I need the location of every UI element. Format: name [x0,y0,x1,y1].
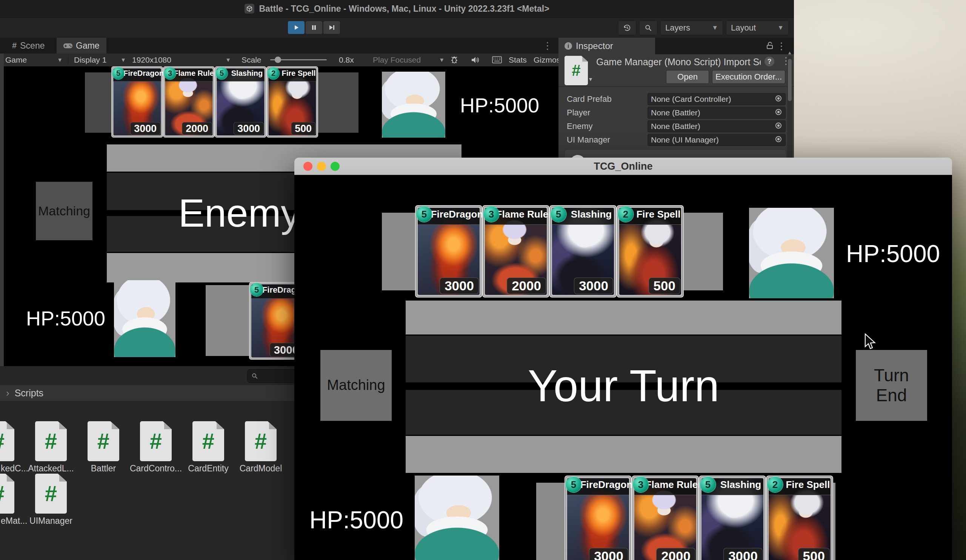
chevron-down-icon: ▼ [712,24,718,32]
script-file[interactable]: # eMat... [0,474,14,514]
game-card[interactable]: Flame Ruler 3 2000 [482,205,549,298]
object-field[interactable]: None (Card Controller) [647,93,785,105]
display-dropdown[interactable]: Display 1▼ [74,54,126,66]
enemy-portrait [749,208,834,298]
lock-icon[interactable] [766,41,774,51]
card-name: Slashing [229,67,265,80]
game-card[interactable]: Slashing 5 3000 [215,66,266,138]
game-card[interactable]: Fire Spell 2 500 [266,66,318,138]
matching-button[interactable]: Matching [320,350,392,421]
gizmos-dropdown[interactable]: Gizmos▼ [534,54,557,66]
turn-end-button[interactable]: Turn End [856,350,927,421]
open-button[interactable]: Open [666,70,709,84]
card-name: Fire Spell [784,476,832,493]
game-card[interactable]: Fire Spell 2 500 [766,475,833,560]
game-card[interactable]: FireDragon 5 3000 [111,66,163,138]
search-icon [251,373,258,379]
csharp-script-icon: # [0,421,14,461]
scale-slider-knob[interactable] [275,57,281,63]
play-focused-dropdown[interactable]: Play Focused▼ [373,54,445,66]
script-file-name: UIManager [30,516,72,526]
card-cost-gem: 2 [767,477,783,492]
card-name: Flame Ruler [177,67,214,80]
foldout-chevron-icon[interactable]: ▼ [588,76,593,82]
keyboard-shortcuts-icon[interactable] [492,54,502,66]
board-bar-bottom [406,436,841,473]
enemy-portrait [382,72,445,138]
tab-game[interactable]: Game [57,38,107,54]
object-picker-icon[interactable] [775,122,782,131]
game-card[interactable]: Flame Ruler 3 2000 [632,475,699,560]
unity-title-bar[interactable]: Battle - TCG_Online - Windows, Mac, Linu… [0,0,794,18]
layout-dropdown[interactable]: Layout▼ [726,21,789,35]
matching-button[interactable]: Matching [36,182,92,240]
card-name: FireDragon [433,206,481,223]
zoom-button[interactable] [330,162,340,171]
csharp-script-icon: # [0,474,14,514]
minimize-button[interactable] [317,162,326,171]
undo-history-button[interactable] [618,21,636,35]
play-button[interactable] [288,21,304,34]
debug-bug-icon[interactable] [450,54,459,66]
info-icon: i [565,42,572,50]
object-field[interactable]: None (UI Manager) [647,134,785,146]
tab-options-menu-icon[interactable]: ⋮ [543,40,552,52]
script-file-name: CardModel [240,463,282,474]
scrollbar-up-arrow[interactable]: ▲ [787,50,792,56]
object-field[interactable]: None (Battler) [647,107,785,119]
card-attack-value: 3000 [589,548,628,560]
scrollbar-thumb[interactable] [788,59,792,101]
object-picker-icon[interactable] [775,108,782,117]
game-card[interactable]: Slashing 5 3000 [699,475,766,560]
object-picker-icon[interactable] [775,135,782,144]
enemy-hand: FireDragon 5 3000 Flame Ruler 3 2000 Sla… [111,66,318,138]
card-attack-value: 3000 [574,278,613,294]
stats-toggle[interactable]: Stats [509,54,527,66]
step-button[interactable] [324,21,340,34]
script-file[interactable]: # AttackedL... [35,421,67,461]
game-card[interactable]: FireDragon 5 3000 [565,475,632,560]
close-button[interactable] [303,162,312,171]
resolution-dropdown[interactable]: 1920x1080▼ [132,54,231,66]
chevron-right-icon: › [6,387,10,399]
script-file[interactable]: # CardEntity [192,421,224,461]
game-window-content: FireDragon 5 3000 Flame Ruler 3 2000 Sla… [294,175,952,560]
game-target-dropdown[interactable]: Game▼ [5,54,62,66]
script-file[interactable]: # UIManager [35,474,67,514]
card-attack-value: 500 [649,278,680,294]
inspector-header-title: Game Manager (Mono Script) Import Set [596,57,761,67]
unity-proxy-icon [245,4,254,13]
game-card[interactable]: Slashing 5 3000 [549,205,616,298]
layers-dropdown[interactable]: Layers▼ [660,21,723,35]
game-card[interactable]: Flame Ruler 3 2000 [163,66,215,138]
inspector-field-row: Enemy None (Battler) [559,121,794,132]
game-card[interactable]: Fire Spell 2 500 [616,205,684,298]
inspector-menu-icon[interactable]: ⋮ [777,40,786,52]
script-file[interactable]: # Battler [87,421,119,461]
card-attack-value: 500 [291,122,315,135]
window-title: Battle - TCG_Online - Windows, Mac, Linu… [259,4,549,14]
pause-button[interactable] [306,21,322,34]
player-portrait [415,475,499,560]
execution-order-button[interactable]: Execution Order... [712,70,785,84]
csharp-script-icon: # [35,474,67,514]
card-name: FireDragon [125,67,162,80]
object-field[interactable]: None (Battler) [647,120,785,133]
script-file[interactable]: # kedC... [0,421,14,461]
game-view-toolbar: Game▼ Display 1▼ 1920x1080▼ Scale 0.8x P… [0,54,559,67]
help-icon[interactable]: ? [764,57,774,66]
audio-mute-icon[interactable] [471,54,480,66]
script-file[interactable]: # CardContro... [140,421,172,461]
search-button[interactable] [639,21,657,35]
script-file[interactable]: # CardModel [245,421,277,461]
game-card[interactable]: FireDragon 5 3000 [415,205,482,298]
object-picker-icon[interactable] [775,95,782,104]
scale-label: Scale [242,54,261,66]
tab-scene[interactable]: # Scene [5,38,51,54]
scale-slider[interactable] [270,54,327,66]
game-window-title-bar[interactable]: TCG_Online [294,158,952,175]
game-window-title: TCG_Online [294,158,952,175]
enemy-hp-text: HP:5000 [460,93,539,117]
tab-inspector[interactable]: i Inspector [559,38,655,54]
left-panel-edge [0,54,4,366]
